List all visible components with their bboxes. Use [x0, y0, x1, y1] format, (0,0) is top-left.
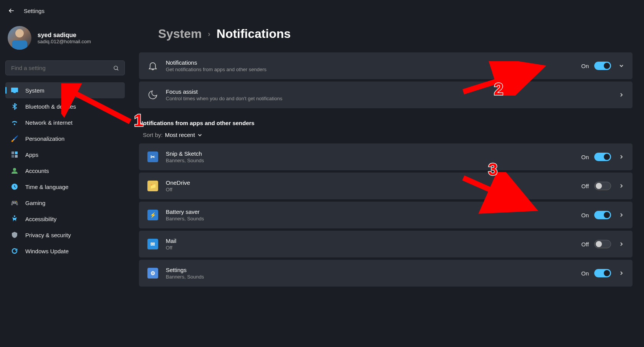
toggle-label: On [581, 63, 589, 69]
sidebar-item-network[interactable]: Network & internet [5, 114, 125, 130]
svg-point-8 [13, 168, 16, 171]
app-name: Snip & Sketch [166, 150, 574, 157]
sidebar-item-label: Time & language [25, 184, 69, 190]
avatar [8, 26, 31, 50]
chevron-right-icon[interactable] [619, 270, 624, 276]
profile-email: sadiq.012@hotmail.com [38, 39, 91, 44]
sidebar-item-apps[interactable]: Apps [5, 147, 125, 163]
toggle-label: On [581, 154, 589, 160]
app-desc: Banners, Sounds [166, 158, 574, 163]
main-content: System › Notifications Notifications Get… [139, 27, 633, 347]
sidebar-item-accessibility[interactable]: Accessibility [5, 211, 125, 227]
app-desc: Off [166, 245, 574, 251]
update-icon [11, 247, 18, 255]
app-row[interactable]: ✂ Snip & Sketch Banners, Sounds On [139, 143, 633, 170]
sidebar-item-label: Windows Update [25, 248, 69, 254]
app-desc: Banners, Sounds [166, 274, 574, 280]
section-title: Notifications from apps and other sender… [139, 120, 633, 126]
setting-title: Notifications [166, 59, 574, 66]
svg-line-1 [117, 69, 118, 70]
app-row[interactable]: ⚙ Settings Banners, Sounds On [139, 260, 633, 287]
focus-assist-card[interactable]: Focus assist Control times when you do a… [139, 81, 633, 108]
sidebar-item-label: Apps [25, 152, 38, 158]
toggle-label: On [581, 212, 589, 218]
chevron-right-icon[interactable] [619, 212, 624, 218]
svg-rect-6 [11, 155, 14, 158]
gaming-icon: 🎮 [11, 199, 18, 207]
wifi-icon [11, 119, 18, 126]
sidebar-item-label: Bluetooth & devices [25, 103, 76, 110]
app-icon: ⚙ [147, 268, 158, 279]
app-row[interactable]: ⚡ Battery saver Banners, Sounds On [139, 202, 633, 228]
app-toggle[interactable] [594, 269, 611, 277]
back-icon[interactable] [8, 7, 15, 15]
sidebar-item-gaming[interactable]: 🎮 Gaming [5, 195, 125, 211]
sidebar-item-personalization[interactable]: 🖌️ Personalization [5, 130, 125, 147]
app-name: Mail [166, 238, 574, 244]
sidebar-item-privacy[interactable]: Privacy & security [5, 227, 125, 243]
app-row[interactable]: 📁 OneDrive Off Off [139, 173, 633, 199]
setting-desc: Get notifications from apps and other se… [166, 67, 574, 72]
app-icon: ✉ [147, 239, 158, 249]
search-input[interactable] [5, 60, 125, 75]
apps-icon [11, 151, 18, 158]
chevron-right-icon[interactable] [619, 154, 624, 160]
sidebar-item-label: System [25, 87, 44, 94]
clock-icon [11, 183, 18, 191]
app-name: Battery saver [166, 209, 574, 215]
sidebar-item-label: Personalization [25, 135, 65, 142]
app-desc: Off [166, 187, 574, 192]
app-title: Settings [24, 8, 44, 14]
toggle-label: On [581, 270, 589, 277]
sort-label: Sort by: [143, 132, 163, 138]
chevron-right-icon[interactable] [619, 183, 624, 189]
sidebar-item-label: Network & internet [25, 119, 72, 126]
brush-icon: 🖌️ [11, 135, 18, 142]
svg-rect-7 [15, 155, 18, 158]
profile[interactable]: syed sadique sadiq.012@hotmail.com [5, 23, 125, 57]
sidebar-item-label: Accounts [25, 168, 49, 174]
app-icon: ⚡ [147, 210, 158, 220]
app-toggle[interactable] [594, 211, 611, 219]
sidebar: syed sadique sadiq.012@hotmail.com Syste… [0, 23, 130, 259]
app-icon: ✂ [147, 152, 158, 162]
page-title: Notifications [217, 27, 291, 41]
app-toggle[interactable] [594, 182, 611, 190]
breadcrumb: System › Notifications [158, 27, 633, 41]
notifications-toggle[interactable] [594, 62, 611, 70]
chevron-down-icon [197, 132, 203, 138]
accessibility-icon [11, 215, 18, 223]
chevron-down-icon[interactable] [619, 63, 624, 68]
search-field[interactable] [11, 65, 113, 71]
svg-rect-2 [11, 88, 18, 92]
bluetooth-icon [11, 103, 18, 110]
svg-rect-4 [11, 152, 14, 154]
app-name: OneDrive [166, 179, 574, 186]
sidebar-item-system[interactable]: System [5, 82, 125, 98]
svg-rect-3 [13, 92, 16, 93]
setting-title: Focus assist [166, 88, 611, 95]
notifications-card[interactable]: Notifications Get notifications from app… [139, 52, 633, 79]
svg-point-10 [14, 215, 15, 217]
shield-icon [11, 231, 18, 239]
breadcrumb-parent[interactable]: System [158, 27, 202, 41]
accounts-icon [11, 167, 18, 174]
sidebar-item-time[interactable]: Time & language [5, 179, 125, 195]
app-toggle[interactable] [594, 240, 611, 248]
chevron-right-icon: › [208, 29, 211, 38]
sidebar-item-accounts[interactable]: Accounts [5, 163, 125, 179]
sidebar-item-update[interactable]: Windows Update [5, 243, 125, 259]
toggle-label: Off [581, 241, 589, 248]
app-name: Settings [166, 267, 574, 273]
sort-value: Most recent [165, 132, 195, 138]
sidebar-item-bluetooth[interactable]: Bluetooth & devices [5, 98, 125, 114]
profile-name: syed sadique [38, 32, 91, 39]
app-row[interactable]: ✉ Mail Off Off [139, 231, 633, 257]
app-toggle[interactable] [594, 153, 611, 161]
setting-desc: Control times when you do and don't get … [166, 96, 611, 101]
svg-point-0 [114, 66, 118, 69]
sort-by-dropdown[interactable]: Sort by: Most recent [143, 132, 633, 138]
bell-icon [147, 60, 158, 71]
chevron-right-icon[interactable] [619, 92, 624, 98]
chevron-right-icon[interactable] [619, 241, 624, 247]
